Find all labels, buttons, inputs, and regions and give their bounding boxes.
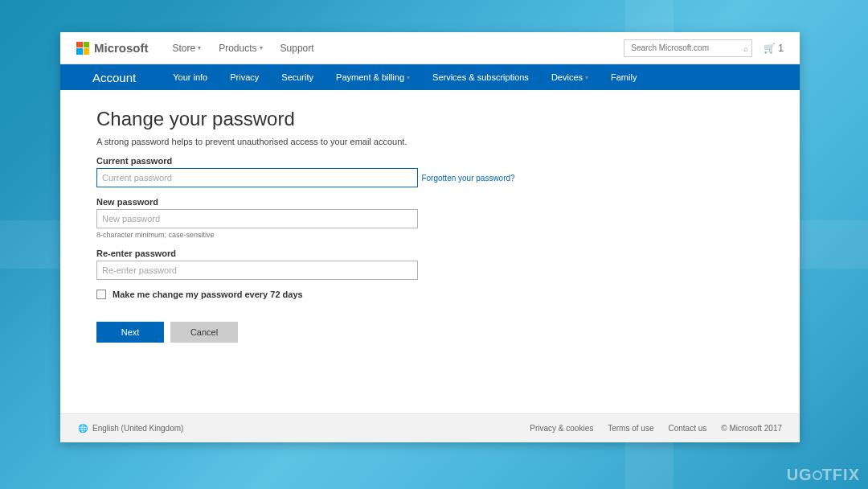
page-title: Change your password	[96, 108, 764, 130]
watermark: UGTFIX	[787, 466, 860, 484]
change-interval-label: Make me change my password every 72 days	[113, 290, 303, 299]
top-right-controls: ⌕ 🛒 1	[624, 39, 784, 57]
forgot-password-link[interactable]: Forgotten your password?	[421, 174, 514, 183]
top-menu-products[interactable]: Products ▾	[219, 43, 262, 54]
page-subtitle: A strong password helps to prevent unaut…	[96, 137, 764, 146]
top-menu-store-label: Store	[173, 43, 196, 54]
nav-security[interactable]: Security	[281, 72, 313, 82]
nav-services-subscriptions[interactable]: Services & subscriptions	[432, 72, 529, 82]
new-password-label: New password	[96, 197, 764, 207]
chevron-down-icon: ▾	[198, 44, 201, 51]
cart-button[interactable]: 🛒 1	[764, 43, 784, 54]
nav-privacy[interactable]: Privacy	[230, 72, 259, 82]
top-menu: Store ▾ Products ▾ Support	[173, 43, 314, 54]
top-menu-support-label: Support	[280, 43, 314, 54]
footer-contact-link[interactable]: Contact us	[668, 424, 706, 433]
current-password-input[interactable]	[96, 168, 418, 187]
chevron-down-icon: ▾	[585, 74, 588, 81]
footer-locale[interactable]: 🌐 English (United Kingdom)	[78, 424, 183, 433]
button-row: Next Cancel	[96, 322, 764, 343]
top-menu-store[interactable]: Store ▾	[173, 43, 202, 54]
cancel-button[interactable]: Cancel	[170, 322, 238, 343]
search-icon[interactable]: ⌕	[743, 43, 748, 52]
top-menu-support[interactable]: Support	[280, 43, 314, 54]
current-password-group: Current password Forgotten your password…	[96, 156, 764, 187]
new-password-input[interactable]	[96, 209, 418, 228]
change-interval-checkbox[interactable]	[96, 290, 106, 299]
top-bar: Microsoft Store ▾ Products ▾ Support ⌕ 🛒…	[60, 32, 800, 64]
locale-label: English (United Kingdom)	[92, 424, 183, 433]
footer-links: Privacy & cookies Terms of use Contact u…	[530, 424, 782, 433]
microsoft-logo[interactable]: Microsoft	[76, 41, 149, 55]
reenter-password-label: Re-enter password	[96, 249, 764, 258]
chevron-down-icon: ▾	[260, 44, 263, 51]
current-password-label: Current password	[96, 156, 764, 166]
brand-name: Microsoft	[94, 41, 149, 55]
cart-count: 1	[778, 43, 784, 54]
search-input[interactable]	[624, 39, 752, 57]
footer-privacy-link[interactable]: Privacy & cookies	[530, 424, 593, 433]
footer: 🌐 English (United Kingdom) Privacy & coo…	[60, 413, 800, 442]
chevron-down-icon: ▾	[407, 74, 410, 81]
footer-copyright: © Microsoft 2017	[721, 424, 782, 433]
change-interval-row: Make me change my password every 72 days	[96, 290, 764, 299]
top-menu-products-label: Products	[219, 43, 256, 54]
cart-icon: 🛒	[764, 43, 776, 54]
nav-family[interactable]: Family	[611, 72, 637, 82]
new-password-group: New password 8-character minimum; case-s…	[96, 197, 764, 239]
next-button[interactable]: Next	[96, 322, 164, 343]
microsoft-logo-icon	[76, 42, 89, 55]
nav-your-info[interactable]: Your info	[173, 72, 207, 82]
browser-window: Microsoft Store ▾ Products ▾ Support ⌕ 🛒…	[60, 32, 800, 442]
footer-terms-link[interactable]: Terms of use	[608, 424, 653, 433]
new-password-hint: 8-character minimum; case-sensitive	[96, 231, 764, 239]
main-content: Change your password A strong password h…	[60, 90, 800, 413]
globe-icon: 🌐	[78, 424, 88, 433]
reenter-password-group: Re-enter password	[96, 249, 764, 280]
account-heading: Account	[92, 71, 136, 84]
search-wrapper: ⌕	[624, 39, 752, 57]
reenter-password-input[interactable]	[96, 261, 418, 280]
account-nav: Account Your info Privacy Security Payme…	[60, 64, 800, 90]
nav-devices[interactable]: Devices▾	[551, 72, 588, 82]
nav-payment-billing[interactable]: Payment & billing▾	[336, 72, 410, 82]
